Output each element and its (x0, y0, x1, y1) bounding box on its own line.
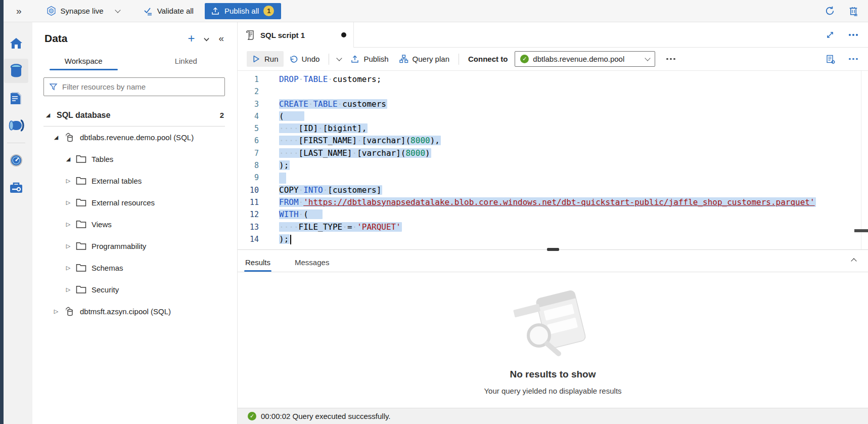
tree-item-security[interactable]: ▷Security (32, 279, 237, 301)
results-tab-bar: Results Messages (238, 249, 868, 272)
connected-check-icon: ✓ (520, 55, 529, 63)
query-status-message: 00:00:02 Query executed successfully. (261, 412, 391, 420)
code-line[interactable]: 12WITH·( (238, 208, 868, 221)
validate-check-icon (143, 6, 153, 16)
tab-workspace[interactable]: Workspace (32, 53, 135, 70)
sql-pool-icon (64, 132, 75, 143)
code-line[interactable]: 9 (238, 172, 868, 184)
collapse-twisty-icon[interactable]: ◢ (65, 156, 72, 162)
data-explorer-panel: Data + « Workspace Linked (32, 22, 238, 424)
tree-item-schemas[interactable]: ▷Schemas (32, 257, 237, 279)
selection-highlight: ( (279, 111, 304, 121)
expand-sidebar-icon[interactable]: » (16, 6, 22, 17)
nav-integrate-icon[interactable] (4, 113, 28, 138)
validate-all-label: Validate all (157, 7, 194, 15)
discard-trash-icon[interactable] (848, 6, 859, 16)
validate-all-button[interactable]: Validate all (143, 6, 194, 16)
publish-all-button[interactable]: Publish all 1 (205, 3, 281, 19)
nav-home-icon[interactable] (4, 31, 28, 56)
empty-results-title: No results to show (510, 369, 596, 380)
selection-highlight: ); (279, 160, 290, 170)
editor-more-options-icon[interactable] (849, 58, 858, 60)
document-tab-strip: SQL script 1 (238, 22, 868, 48)
refresh-icon[interactable] (825, 6, 835, 16)
sql-code-editor[interactable]: 1DROP·TABLE·customers;23CREATE·TABLE·cus… (238, 71, 868, 249)
editor-scrollbar-thumb[interactable] (854, 229, 868, 232)
tree-item-dbtlabs-revenue-demo-pool-sql[interactable]: ◢dbtlabs.revenue.demo.pool (SQL) (32, 126, 237, 148)
collapse-all-icon[interactable] (205, 38, 208, 39)
nav-data-icon[interactable] (4, 59, 28, 83)
selection-highlight: COPY·INTO·[customers] (279, 185, 382, 195)
expand-twisty-icon[interactable]: ▷ (65, 286, 72, 293)
tree-item-programmability[interactable]: ▷Programmability (32, 235, 237, 257)
tree-item-dbtmsft-azsyn-cipool-sql[interactable]: ▷dbtmsft.azsyn.cipool (SQL) (32, 301, 237, 322)
expand-twisty-icon[interactable]: ▷ (65, 199, 72, 206)
code-line[interactable]: 11FROM·'https://dbtlabsynapsedatalake.bl… (238, 196, 868, 208)
connection-dropdown[interactable]: ✓ dbtlabs.revenue.demo.pool (515, 51, 655, 67)
tab-linked[interactable]: Linked (135, 53, 238, 70)
collapse-twisty-icon[interactable]: ◢ (44, 112, 52, 118)
undo-menu-chevron-icon[interactable] (333, 54, 345, 64)
folder-icon (76, 198, 86, 207)
sql-pool-icon (64, 306, 75, 317)
connect-to-label: Connect to (468, 55, 508, 63)
expand-twisty-icon[interactable]: ▷ (65, 178, 72, 184)
environment-selector[interactable]: Synapse live (46, 6, 120, 16)
expand-editor-icon[interactable] (826, 30, 835, 39)
tab-more-options-icon[interactable] (849, 34, 858, 36)
editor-scrollbar-track[interactable] (861, 71, 861, 249)
expand-twisty-icon[interactable]: ▷ (65, 243, 72, 249)
filter-resources-box[interactable] (43, 77, 225, 96)
run-button[interactable]: Run (247, 51, 284, 67)
code-line[interactable]: 3CREATE·TABLE·customers (238, 98, 868, 110)
tab-sql-script-1[interactable]: SQL script 1 (238, 22, 354, 48)
code-line[interactable]: 14); (238, 233, 868, 245)
pane-resize-grip[interactable] (547, 248, 559, 251)
selection-highlight: ····[LAST_NAME]·[varchar](8000) (279, 148, 431, 158)
tree-item-label: External resources (92, 198, 155, 207)
code-line[interactable]: 13····FILE_TYPE·=·'PARQUET' (238, 221, 868, 233)
chevron-down-icon (645, 55, 651, 61)
code-line[interactable]: 7····[LAST_NAME]·[varchar](8000) (238, 147, 868, 159)
editor-pane: SQL script 1 (238, 22, 868, 424)
expand-twisty-icon[interactable]: ▷ (53, 308, 60, 315)
session-properties-icon[interactable] (826, 54, 836, 64)
code-line[interactable]: 4( (238, 110, 868, 122)
line-number: 3 (238, 98, 263, 110)
tree-item-tables[interactable]: ◢Tables (32, 148, 237, 170)
tab-messages[interactable]: Messages (294, 258, 330, 272)
expand-twisty-icon[interactable]: ▷ (65, 221, 72, 228)
expand-twisty-icon[interactable]: ▷ (65, 265, 72, 271)
nav-develop-icon[interactable] (4, 86, 28, 110)
code-line[interactable]: 8); (238, 159, 868, 172)
tree-item-external-tables[interactable]: ▷External tables (32, 170, 237, 192)
nav-monitor-icon[interactable] (4, 148, 28, 173)
undo-button[interactable]: Undo (284, 51, 325, 67)
collapse-results-chevron-icon[interactable] (852, 256, 856, 265)
top-command-bar: » Synapse live (0, 0, 868, 22)
folder-icon (76, 155, 86, 163)
publish-count-badge: 1 (263, 6, 274, 16)
tree-item-views[interactable]: ▷Views (32, 214, 237, 235)
code-line[interactable]: 2 (238, 86, 868, 98)
query-plan-button[interactable]: Query plan (394, 51, 454, 67)
selection-highlight: FROM·'https://dbtlabsynapsedatalake.blob… (279, 197, 816, 207)
tab-results[interactable]: Results (244, 258, 271, 272)
collapse-panel-icon[interactable]: « (218, 33, 224, 44)
code-line[interactable]: 1DROP·TABLE·customers; (238, 73, 868, 86)
publish-button[interactable]: Publish (345, 51, 393, 67)
tab-label: SQL script 1 (260, 31, 305, 39)
tree-item-external-resources[interactable]: ▷External resources (32, 192, 237, 214)
tree-item-sql-database[interactable]: ◢SQL database2 (32, 104, 237, 126)
collapse-twisty-icon[interactable]: ◢ (53, 134, 60, 141)
folder-icon (76, 285, 86, 294)
filter-resources-input[interactable] (62, 82, 219, 91)
toolbar-more-options-icon[interactable] (666, 58, 675, 60)
folder-icon (76, 264, 86, 272)
selection-highlight: WITH·( (279, 209, 323, 219)
code-line[interactable]: 5····[ID]·[bigint], (238, 122, 868, 135)
nav-manage-icon[interactable] (4, 176, 28, 200)
code-line[interactable]: 10COPY·INTO·[customers] (238, 184, 868, 196)
add-resource-button[interactable]: + (188, 32, 195, 45)
code-line[interactable]: 6····[FIRST_NAME]·[varchar](8000), (238, 135, 868, 147)
